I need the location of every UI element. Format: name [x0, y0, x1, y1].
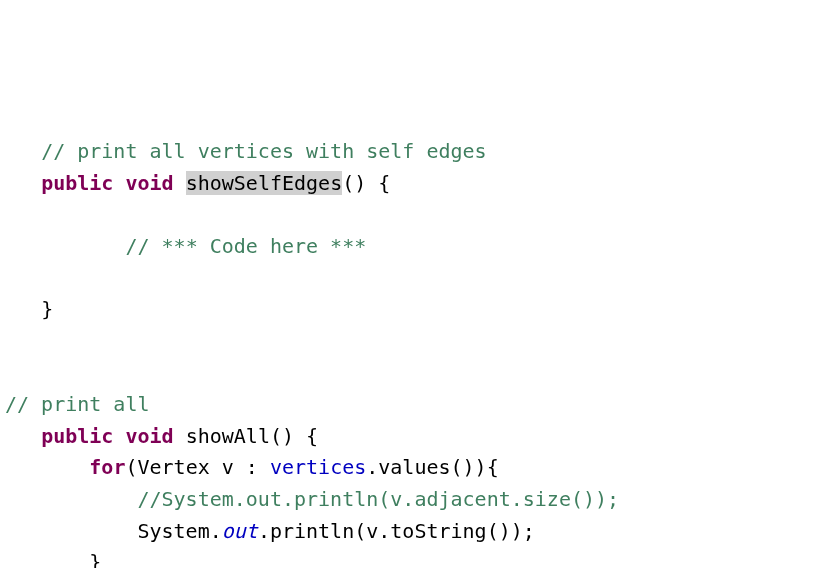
method-name: showAll() {	[186, 424, 318, 448]
println-rest: .println(v.toString());	[258, 519, 535, 543]
comment-code-here: // *** Code here ***	[125, 234, 366, 258]
system-p1: System.	[137, 519, 221, 543]
field-vertices: vertices	[270, 455, 366, 479]
close-brace: }	[89, 550, 101, 568]
keyword-void: void	[125, 171, 173, 195]
keyword-public: public	[41, 171, 113, 195]
keyword-void: void	[125, 424, 173, 448]
code-block: // print all vertices with self edges pu…	[5, 139, 619, 568]
for-p1: (Vertex v :	[125, 455, 270, 479]
comment-line: // print all vertices with self edges	[41, 139, 487, 163]
signature-rest: () {	[342, 171, 390, 195]
keyword-for: for	[89, 455, 125, 479]
close-brace: }	[41, 297, 53, 321]
method-name-highlighted: showSelfEdges	[186, 171, 343, 195]
static-out: out	[222, 519, 258, 543]
comment-print-all: // print all	[5, 392, 150, 416]
keyword-public: public	[41, 424, 113, 448]
for-p2: .values()){	[366, 455, 498, 479]
comment-println: //System.out.println(v.adjacent.size());	[137, 487, 619, 511]
